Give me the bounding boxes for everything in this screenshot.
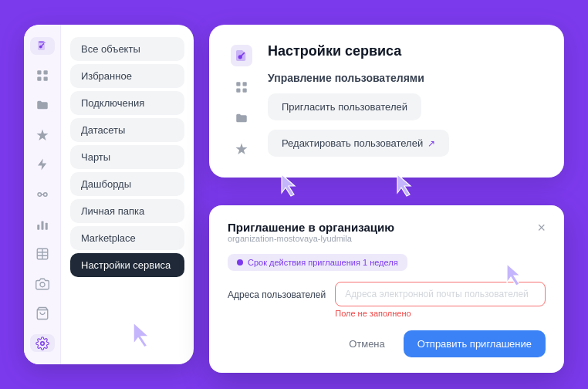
star-icon[interactable]	[30, 127, 55, 144]
table-icon[interactable]	[30, 245, 55, 263]
svg-rect-10	[45, 222, 47, 229]
svg-rect-2	[43, 70, 47, 74]
service-settings-card: Настройки сервиса Управление пользовател…	[209, 25, 564, 178]
lightning-icon[interactable]	[30, 156, 55, 174]
dialog-close-button[interactable]: ×	[537, 221, 546, 235]
invite-cursor-arrow	[279, 171, 302, 199]
sidebar-item-marketplace[interactable]: Marketplace	[70, 226, 184, 250]
grid-icon[interactable]	[30, 67, 55, 85]
email-form-row: Адреса пользователей Поле не заполнено	[228, 282, 546, 318]
email-error-text: Поле не заполнено	[335, 309, 546, 318]
card-star-icon	[235, 142, 248, 159]
svg-point-15	[40, 282, 45, 286]
expiry-badge: Срок действия приглашения 1 неделя	[228, 254, 407, 271]
sidebar-item-datasets[interactable]: Датасеты	[70, 118, 184, 142]
sidebar-item-connections[interactable]: Подключения	[70, 91, 184, 115]
card-icon-column	[231, 43, 252, 159]
sidebar-item-all-objects[interactable]: Все объекты	[70, 37, 184, 61]
svg-point-17	[40, 341, 44, 345]
sidebar-item-charts[interactable]: Чарты	[70, 145, 184, 169]
dialog-title-block: Приглашение в организацию organization-m…	[228, 221, 394, 251]
email-input-wrap: Поле не заполнено	[335, 282, 546, 318]
card-folder-icon	[235, 111, 248, 128]
service-card-title: Настройки сервиса	[268, 43, 542, 59]
cart-icon[interactable]	[30, 305, 55, 323]
sidebar-panel: Все объекты Избранное Подключения Датасе…	[24, 25, 194, 364]
svg-rect-9	[41, 221, 43, 229]
user-management-label: Управление пользователями	[268, 72, 542, 84]
card-logo-icon	[231, 45, 252, 66]
sidebar-item-personal-folder[interactable]: Личная папка	[70, 199, 184, 223]
dialog-footer: Отмена Отправить приглашение	[228, 330, 546, 357]
right-area: Настройки сервиса Управление пользовател…	[209, 25, 564, 373]
svg-rect-20	[236, 82, 240, 86]
dialog-header: Приглашение в организацию organization-m…	[228, 221, 546, 251]
cancel-button[interactable]: Отмена	[338, 332, 396, 356]
invite-users-button[interactable]: Пригласить пользователей	[268, 93, 421, 120]
folder-icon[interactable]	[30, 96, 55, 114]
svg-point-6	[43, 193, 47, 197]
svg-rect-3	[37, 76, 41, 80]
dialog-title: Приглашение в организацию	[228, 221, 394, 234]
edit-users-label: Редактировать пользователей	[282, 137, 423, 149]
invite-dialog: Приглашение в организацию organization-m…	[209, 205, 564, 373]
sidebar-item-dashboards[interactable]: Дашборды	[70, 172, 184, 196]
email-label: Адреса пользователей	[228, 282, 326, 300]
sidebar-icons-column	[24, 25, 61, 364]
user-management-buttons: Пригласить пользователей Редактировать п…	[268, 93, 542, 157]
expiry-text: Срок действия приглашения 1 неделя	[248, 258, 398, 267]
card-grid-icon	[235, 80, 248, 97]
edit-cursor-arrow	[394, 171, 417, 199]
link-icon[interactable]	[30, 186, 55, 204]
sidebar-item-service-settings[interactable]: Настройки сервиса	[70, 253, 184, 277]
camera-icon[interactable]	[30, 275, 55, 293]
send-invite-button[interactable]: Отправить приглашение	[404, 330, 546, 357]
svg-rect-1	[37, 70, 41, 74]
chart-icon[interactable]	[30, 215, 55, 233]
logo-icon[interactable]	[30, 37, 55, 55]
svg-rect-21	[243, 82, 247, 86]
dialog-org-name: organization-mostovaya-lyudmila	[228, 234, 394, 243]
svg-rect-8	[37, 225, 39, 230]
svg-rect-22	[236, 89, 240, 93]
svg-rect-23	[243, 89, 247, 93]
expiry-dot	[237, 259, 243, 266]
settings-icon[interactable]	[30, 334, 55, 352]
external-link-icon: ↗	[427, 138, 435, 149]
sidebar-item-favorites[interactable]: Избранное	[70, 64, 184, 88]
sidebar-nav: Все объекты Избранное Подключения Датасе…	[61, 25, 194, 364]
svg-rect-4	[43, 76, 47, 80]
edit-users-button[interactable]: Редактировать пользователей ↗	[268, 130, 449, 157]
svg-point-5	[38, 193, 42, 197]
email-input[interactable]	[335, 282, 546, 306]
service-card-content: Настройки сервиса Управление пользовател…	[268, 43, 542, 159]
